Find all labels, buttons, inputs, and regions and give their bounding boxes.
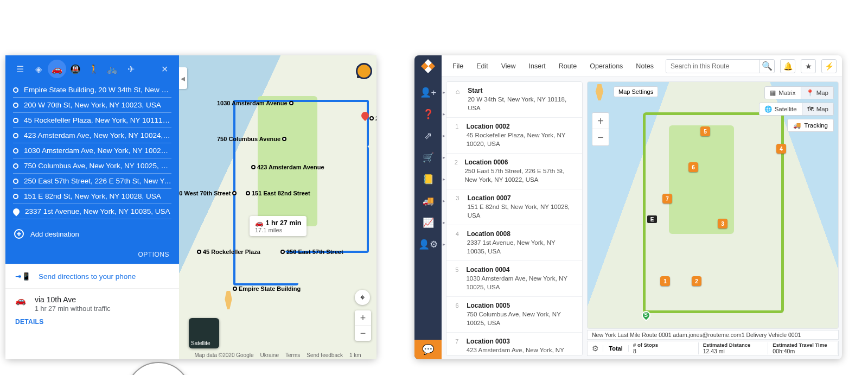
gm-waypoint[interactable] <box>13 143 171 158</box>
menu-notes[interactable]: Notes <box>630 60 659 72</box>
rp-left-rail: 👤+▸ ❓▸ ⇗▸ 🛒▸ 📒▸ 🚚▸ 📈▸ 👤⚙▸ <box>414 77 442 359</box>
star-icon[interactable]: ★ <box>801 59 816 73</box>
stop-marker-icon[interactable]: 1 <box>660 276 670 286</box>
rp-stop-item[interactable]: 1Location 000245 Rockefeller Plaza, New … <box>446 118 582 154</box>
rp-stop-item[interactable]: ⌂Start20 W 34th St, New York, NY 10118, … <box>446 82 582 118</box>
stop-marker-icon[interactable]: 3 <box>718 219 727 228</box>
rp-stop-item[interactable]: 4Location 00082337 1st Avenue, New York,… <box>446 225 582 261</box>
rp-stop-item[interactable]: 7Location 0003423 Amsterdam Ave, New Yor… <box>446 333 582 356</box>
stop-marker-icon[interactable]: 4 <box>776 144 786 154</box>
dot-icon <box>13 163 18 169</box>
close-icon[interactable]: ✕ <box>155 60 174 78</box>
dot-icon <box>13 87 18 93</box>
cart-icon[interactable]: 🛒▸ <box>417 149 439 166</box>
account-badge-icon[interactable] <box>356 63 372 79</box>
menu-insert[interactable]: Insert <box>524 60 551 72</box>
compass-button[interactable]: ⌖ <box>355 290 370 305</box>
car-icon[interactable]: 🚗 <box>48 60 66 78</box>
stop-marker-icon[interactable]: 7 <box>662 194 672 204</box>
waypoint-input[interactable] <box>24 86 171 94</box>
gm-map-canvas[interactable]: ◂ 1030 Amsterdam Avenue 750 Columbus Ave… <box>179 55 376 359</box>
search-icon[interactable]: 🔍 <box>759 60 774 73</box>
collapse-sidebar-button[interactable]: ◂ <box>179 67 187 89</box>
menu-operations[interactable]: Operations <box>584 60 628 72</box>
details-button[interactable]: DETAILS <box>15 318 169 326</box>
stats-header: # of Stops <box>633 342 694 348</box>
gm-waypoint[interactable] <box>13 158 171 174</box>
chat-icon[interactable]: 💬 <box>414 340 442 359</box>
matrix-tab[interactable]: ▦Matrix <box>765 87 800 99</box>
rp-menubar: File Edit View Insert Route Operations N… <box>442 55 842 77</box>
stop-title: Location 0006 <box>464 158 576 166</box>
satellite-toggle[interactable]: Satellite <box>189 318 219 348</box>
send-to-phone-button[interactable]: ⇥📱 Send directions to your phone <box>5 264 179 288</box>
stop-number: 1 <box>453 123 461 148</box>
rp-stop-item[interactable]: 3Location 0007151 E 82nd St, New York, N… <box>446 189 582 225</box>
menu-view[interactable]: View <box>496 60 521 72</box>
map-label: Empire State Building <box>231 285 301 292</box>
rp-stop-item[interactable]: 6Location 0005750 Columbus Ave, New York… <box>446 297 582 333</box>
menu-edit[interactable]: Edit <box>471 60 494 72</box>
waypoint-input[interactable] <box>24 177 171 185</box>
rp-stop-list[interactable]: ⌂Start20 W 34th St, New York, NY 10118, … <box>446 81 583 356</box>
dot-icon <box>13 133 18 138</box>
map-tab-2[interactable]: 🗺Map <box>802 103 833 115</box>
add-user-icon[interactable]: 👤+▸ <box>417 84 439 101</box>
rp-stop-item[interactable]: 2Location 0006250 East 57th Street, 226 … <box>446 154 582 189</box>
bell-icon[interactable]: 🔔 <box>780 59 795 73</box>
search-input[interactable] <box>666 60 759 73</box>
waypoint-input[interactable] <box>24 162 171 170</box>
waypoint-input[interactable] <box>24 116 171 124</box>
zoom-out-button[interactable]: − <box>592 129 609 145</box>
stop-marker-icon[interactable]: 2 <box>692 276 701 286</box>
end-marker-icon[interactable]: E <box>647 215 657 223</box>
waypoint-input[interactable] <box>25 207 171 215</box>
add-destination-button[interactable]: Add destination <box>5 223 179 246</box>
phone-icon: ⇥📱 <box>15 272 31 281</box>
stats-value: 12.43 mi <box>703 348 764 354</box>
walk-icon[interactable]: 🚶 <box>85 60 103 78</box>
menu-file[interactable]: File <box>447 60 469 72</box>
gm-waypoint[interactable] <box>13 98 171 113</box>
fleet-icon[interactable]: 🚚▸ <box>417 192 439 209</box>
stop-address: 750 Columbus Ave, New York, NY 10025, US… <box>467 310 576 327</box>
route-summary[interactable]: 🚗 via 10th Ave 1 hr 27 min without traff… <box>5 288 179 333</box>
map-settings-button[interactable]: Map Settings <box>614 86 658 97</box>
gm-waypoint[interactable] <box>13 128 171 143</box>
flight-icon[interactable]: ✈ <box>122 60 140 78</box>
zoom-out-button[interactable]: − <box>355 326 371 341</box>
best-route-icon[interactable]: ◈ <box>29 60 48 78</box>
zoom-in-button[interactable]: + <box>592 113 609 129</box>
route-icon[interactable]: ⇗▸ <box>417 127 439 144</box>
route-notraffic: 1 hr 27 min without traffic <box>35 305 110 313</box>
waypoint-input[interactable] <box>24 101 171 109</box>
waypoint-input[interactable] <box>24 192 171 200</box>
logo-icon[interactable] <box>421 59 435 73</box>
waypoint-input[interactable] <box>24 131 171 139</box>
gm-waypoint[interactable] <box>13 204 171 219</box>
transit-icon[interactable]: 🚇 <box>66 60 85 78</box>
bike-icon[interactable]: 🚲 <box>103 60 122 78</box>
options-button[interactable]: OPTIONS <box>5 246 179 264</box>
zoom-in-button[interactable]: + <box>355 310 371 326</box>
stop-marker-icon[interactable]: 5 <box>700 126 710 136</box>
gm-waypoint[interactable] <box>13 113 171 128</box>
gear-icon[interactable]: ⚙ <box>588 344 603 353</box>
stop-marker-icon[interactable]: 6 <box>688 162 698 172</box>
help-icon[interactable]: ❓▸ <box>417 105 439 123</box>
waypoint-input[interactable] <box>24 147 171 155</box>
menu-icon[interactable]: ☰ <box>11 60 29 78</box>
satellite-tab[interactable]: 🌐Satellite <box>760 103 802 115</box>
gm-waypoint[interactable] <box>13 189 171 204</box>
user-settings-icon[interactable]: 👤⚙▸ <box>417 236 439 253</box>
gm-waypoint[interactable] <box>13 174 171 189</box>
rp-stop-item[interactable]: 5Location 00041030 Amsterdam Ave, New Yo… <box>446 261 582 297</box>
map-tab[interactable]: 📍Map <box>801 87 833 99</box>
address-book-icon[interactable]: 📒▸ <box>417 170 439 188</box>
rp-map-canvas[interactable]: Map Settings + − ▦Matrix 📍Map 🌐Satellite… <box>587 81 839 329</box>
analytics-icon[interactable]: 📈▸ <box>417 214 439 231</box>
gm-waypoint[interactable] <box>13 82 171 98</box>
menu-route[interactable]: Route <box>553 60 582 72</box>
tracking-button[interactable]: 🚚Tracking <box>787 119 834 132</box>
bolt-icon[interactable]: ⚡ <box>821 59 837 73</box>
